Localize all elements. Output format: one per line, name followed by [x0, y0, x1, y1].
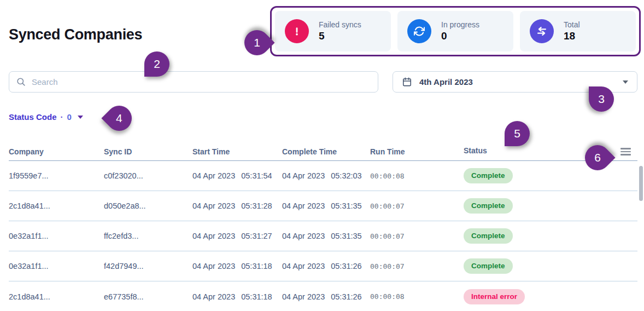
- status-cell: Complete: [464, 228, 637, 244]
- annotation-marker-5: 5: [505, 121, 530, 146]
- sync-id-cell: c0f23020...: [104, 171, 192, 180]
- caret-down-icon: [623, 80, 628, 84]
- filter-separator-dot: ·: [61, 112, 63, 122]
- table-row: 0e32a1f1... f42d7949... 04 Apr 202305:31…: [9, 251, 637, 281]
- company-cell: 0e32a1f1...: [9, 262, 104, 270]
- company-cell: 1f9559e7...: [9, 171, 104, 180]
- failed-syncs-card: Failed syncs 5: [275, 11, 391, 51]
- synced-companies-page: Synced Companies Failed syncs 5: [0, 0, 644, 311]
- run-time-cell: 00:00:08: [370, 292, 464, 301]
- search-icon: [16, 77, 26, 87]
- start-time-cell: 04 Apr 202305:31:27: [192, 232, 282, 240]
- annotation-marker-1: 1: [239, 25, 274, 60]
- vertical-scrollbar-thumb[interactable]: [639, 166, 643, 201]
- annotation-marker-2: 2: [144, 51, 169, 77]
- status-cell: Complete: [464, 168, 637, 183]
- sync-id-cell: e67735f8...: [104, 292, 192, 301]
- table-row: 0e32a1f1... ffc2efd3... 04 Apr 202305:31…: [9, 221, 637, 251]
- annotation-marker-3: 3: [589, 87, 614, 112]
- run-time-cell: 00:00:07: [370, 232, 464, 240]
- sync-icon: [407, 19, 431, 43]
- status-badge: Internal error: [464, 289, 525, 304]
- status-badge: Complete: [464, 168, 513, 183]
- status-cell: Complete: [464, 258, 637, 274]
- annotation-marker-4: 4: [101, 100, 137, 136]
- start-time-cell: 04 Apr 202305:31:18: [192, 292, 282, 301]
- status-code-filter[interactable]: Status Code · 0: [9, 112, 83, 122]
- sync-id-cell: ffc2efd3...: [104, 232, 192, 240]
- company-cell: 0e32a1f1...: [9, 232, 104, 240]
- table-header-row: Company Sync ID Start Time Complete Time…: [9, 143, 637, 161]
- table-body: 1f9559e7... c0f23020... 04 Apr 202305:31…: [9, 161, 637, 311]
- column-header-complete-time: Complete Time: [282, 147, 370, 156]
- alert-icon: [285, 19, 309, 43]
- search-input[interactable]: [32, 77, 371, 87]
- search-box[interactable]: [9, 71, 378, 93]
- in-progress-label: In progress: [441, 20, 479, 29]
- column-header-start-time: Start Time: [192, 147, 282, 156]
- failed-syncs-label: Failed syncs: [319, 20, 361, 29]
- run-time-cell: 00:00:07: [370, 262, 464, 270]
- table-row: 1f9559e7... c0f23020... 04 Apr 202305:31…: [9, 161, 637, 191]
- in-progress-value: 0: [441, 30, 479, 42]
- complete-time-cell: 04 Apr 202305:32:03: [282, 171, 370, 180]
- start-time-cell: 04 Apr 202305:31:54: [192, 171, 282, 180]
- calendar-icon: [402, 77, 412, 87]
- stats-panel-annotation-outline: Failed syncs 5 In progress 0: [270, 6, 641, 56]
- complete-time-cell: 04 Apr 202305:31:35: [282, 232, 370, 240]
- caret-down-icon: [78, 116, 83, 119]
- status-cell: Complete: [464, 198, 637, 214]
- column-header-run-time: Run Time: [370, 147, 464, 156]
- synced-companies-table: Company Sync ID Start Time Complete Time…: [9, 143, 637, 311]
- start-time-cell: 04 Apr 202305:31:18: [192, 262, 282, 270]
- page-title: Synced Companies: [9, 26, 142, 43]
- failed-syncs-value: 5: [319, 30, 361, 42]
- complete-time-cell: 04 Apr 202305:31:26: [282, 262, 370, 270]
- status-badge: Complete: [464, 258, 513, 274]
- start-time-cell: 04 Apr 202305:31:28: [192, 201, 282, 210]
- column-header-company: Company: [9, 147, 104, 156]
- total-value: 18: [564, 30, 580, 42]
- column-header-sync-id: Sync ID: [104, 147, 192, 156]
- in-progress-card: In progress 0: [397, 11, 513, 51]
- company-cell: 2c1d8a41...: [9, 201, 104, 210]
- sync-id-cell: d050e2a8...: [104, 201, 192, 210]
- table-row: 2c1d8a41... d050e2a8... 04 Apr 202305:31…: [9, 191, 637, 221]
- total-label: Total: [564, 20, 580, 29]
- status-badge: Complete: [464, 228, 513, 244]
- run-time-cell: 00:00:08: [370, 172, 464, 180]
- total-card: Total 18: [520, 11, 636, 51]
- sync-id-cell: f42d7949...: [104, 262, 192, 270]
- menu-icon[interactable]: [620, 146, 631, 157]
- date-picker-value: 4th April 2023: [419, 77, 616, 87]
- complete-time-cell: 04 Apr 202305:31:35: [282, 201, 370, 210]
- table-row: 2c1d8a41... e67735f8... 04 Apr 202305:31…: [9, 281, 637, 311]
- transfer-arrows-icon: [530, 19, 554, 43]
- company-cell: 2c1d8a41...: [9, 292, 104, 301]
- complete-time-cell: 04 Apr 202305:31:26: [282, 292, 370, 301]
- status-code-filter-label: Status Code: [9, 112, 57, 122]
- status-cell: Internal error: [464, 289, 637, 304]
- status-badge: Complete: [464, 198, 513, 214]
- run-time-cell: 00:00:07: [370, 202, 464, 210]
- status-code-filter-count: 0: [67, 112, 72, 122]
